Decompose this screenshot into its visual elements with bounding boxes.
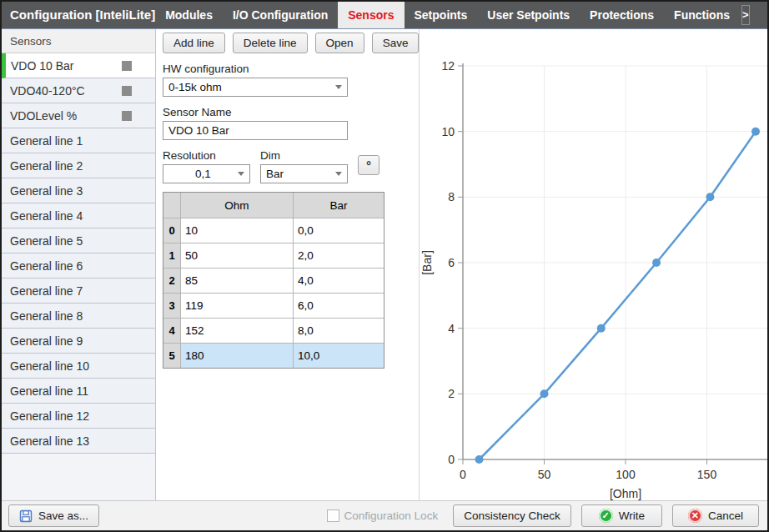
sidebar-item-vdolevel[interactable]: VDOLevel % [2, 103, 155, 128]
cell-ohm[interactable]: 10 [181, 218, 294, 243]
sensor-name-input[interactable] [163, 121, 348, 140]
data-point-marker [540, 389, 549, 398]
data-point-marker [475, 455, 484, 464]
sidebar-item-general-line-3[interactable]: General line 3 [2, 178, 155, 203]
table-row: 41528,0 [163, 318, 384, 343]
tab-functions[interactable]: Functions [664, 2, 740, 28]
x-tick-label: 50 [538, 468, 551, 481]
tab-i-o-configuration[interactable]: I/O Configuration [223, 2, 338, 28]
sidebar-item-label: General line 2 [10, 159, 83, 173]
hw-configuration-value: 0-15k ohm [168, 81, 335, 93]
chevron-down-icon [335, 85, 342, 89]
sidebar-item-label: General line 7 [10, 284, 83, 298]
sidebar-item-label: VDO40-120°C [10, 84, 85, 98]
cell-bar[interactable]: 2,0 [294, 243, 384, 268]
resolution-select[interactable]: 0,1 [163, 164, 250, 183]
sensor-curve-chart: 024681012050100150200[Bar][Ohm] [420, 29, 767, 500]
write-check-icon: ✓ [599, 509, 613, 523]
sidebar-item-general-line-7[interactable]: General line 7 [2, 279, 155, 304]
hw-configuration-select[interactable]: 0-15k ohm [163, 78, 348, 97]
cell-bar[interactable]: 8,0 [294, 318, 384, 343]
cancel-label: Cancel [708, 509, 743, 522]
sidebar-item-label: General line 8 [10, 309, 83, 323]
row-index[interactable]: 5 [163, 343, 181, 368]
sidebar-item-general-line-13[interactable]: General line 13 [2, 429, 155, 454]
hw-configuration-label: HW configuration [163, 63, 419, 75]
open-button[interactable]: Open [315, 33, 364, 53]
table-corner-cell [163, 193, 181, 218]
configuration-lock-label: Configuration Lock [344, 509, 439, 522]
tab-overflow-button[interactable]: > [741, 5, 750, 25]
sidebar-item-label: General line 11 [10, 384, 88, 398]
floppy-disk-icon [19, 509, 33, 523]
sidebar-item-general-line-4[interactable]: General line 4 [2, 203, 155, 228]
row-index[interactable]: 0 [163, 218, 181, 243]
x-tick-label: 100 [616, 468, 636, 481]
footer-bar: Save as... Configuration Lock Consistenc… [2, 500, 767, 530]
sidebar-item-general-line-5[interactable]: General line 5 [2, 228, 155, 253]
delete-line-button[interactable]: Delete line [233, 33, 308, 53]
x-tick-label: 150 [697, 468, 717, 481]
table-row: 31196,0 [163, 293, 384, 318]
degree-button[interactable]: ° [358, 155, 379, 175]
tab-user-setpoints[interactable]: User Setpoints [477, 2, 580, 28]
sensor-toolbar: Add line Delete line Open Save [163, 33, 419, 53]
save-as-button[interactable]: Save as... [8, 504, 99, 527]
chevron-down-icon [238, 172, 244, 176]
cell-ohm[interactable]: 119 [181, 293, 294, 318]
cancel-button[interactable]: ✕ Cancel [672, 504, 759, 527]
consistency-check-button[interactable]: Consistency Check [453, 504, 571, 527]
sensor-status-square-icon [122, 111, 132, 121]
cell-bar[interactable]: 10,0 [294, 343, 384, 368]
sidebar-item-general-line-12[interactable]: General line 12 [2, 404, 155, 429]
sidebar-item-general-line-11[interactable]: General line 11 [2, 379, 155, 404]
sidebar-item-label: General line 6 [10, 259, 83, 273]
data-point-marker [652, 258, 661, 267]
y-tick-label: 12 [442, 59, 455, 73]
sidebar-item-vdo-10-bar[interactable]: VDO 10 Bar [2, 53, 155, 78]
configuration-lock-checkbox[interactable] [327, 509, 339, 522]
sidebar-item-label: VDO 10 Bar [11, 59, 73, 73]
save-as-label: Save as... [38, 509, 88, 522]
data-point-marker [597, 324, 606, 333]
row-index[interactable]: 3 [163, 293, 181, 318]
dim-select[interactable]: Bar [260, 164, 348, 183]
y-tick-label: 6 [449, 256, 455, 269]
sidebar-item-label: General line 3 [10, 184, 83, 198]
table-row: 518010,0 [163, 343, 384, 368]
cell-bar[interactable]: 4,0 [294, 268, 384, 293]
sensor-list: VDO 10 BarVDO40-120°CVDOLevel %General l… [2, 53, 155, 454]
y-tick-label: 0 [449, 453, 455, 466]
cell-ohm[interactable]: 50 [181, 243, 294, 268]
sidebar-item-general-line-2[interactable]: General line 2 [2, 153, 155, 178]
table-row: 2854,0 [163, 268, 384, 293]
sidebar-item-label: General line 12 [10, 409, 89, 423]
data-point-marker [706, 193, 715, 201]
sidebar-item-vdo40-120-c[interactable]: VDO40-120°C [2, 78, 155, 103]
consistency-check-label: Consistency Check [464, 509, 560, 522]
x-axis-label: [Ohm] [610, 487, 641, 500]
save-button[interactable]: Save [372, 33, 420, 53]
row-index[interactable]: 1 [163, 243, 181, 268]
sidebar-item-general-line-6[interactable]: General line 6 [2, 253, 155, 279]
tab-sensors[interactable]: Sensors [338, 2, 404, 28]
sidebar-item-general-line-1[interactable]: General line 1 [2, 128, 155, 153]
configuration-window: Configuration [InteliLite] ModulesI/O Co… [0, 0, 769, 532]
sidebar-item-general-line-8[interactable]: General line 8 [2, 304, 155, 329]
tab-setpoints[interactable]: Setpoints [405, 2, 478, 28]
cell-bar[interactable]: 6,0 [294, 293, 384, 318]
sidebar-item-label: General line 5 [10, 234, 83, 248]
sidebar-item-general-line-10[interactable]: General line 10 [2, 354, 155, 379]
cell-ohm[interactable]: 180 [181, 343, 294, 368]
cell-ohm[interactable]: 85 [181, 268, 294, 293]
add-line-button[interactable]: Add line [163, 33, 225, 53]
write-button[interactable]: ✓ Write [581, 504, 662, 527]
tab-modules[interactable]: Modules [155, 2, 223, 28]
sidebar-item-general-line-9[interactable]: General line 9 [2, 329, 155, 354]
tab-protections[interactable]: Protections [580, 2, 664, 28]
cell-ohm[interactable]: 152 [181, 318, 294, 343]
sidebar-item-label: General line 10 [10, 359, 89, 373]
cell-bar[interactable]: 0,0 [294, 218, 384, 243]
row-index[interactable]: 2 [163, 268, 181, 293]
row-index[interactable]: 4 [163, 318, 181, 343]
